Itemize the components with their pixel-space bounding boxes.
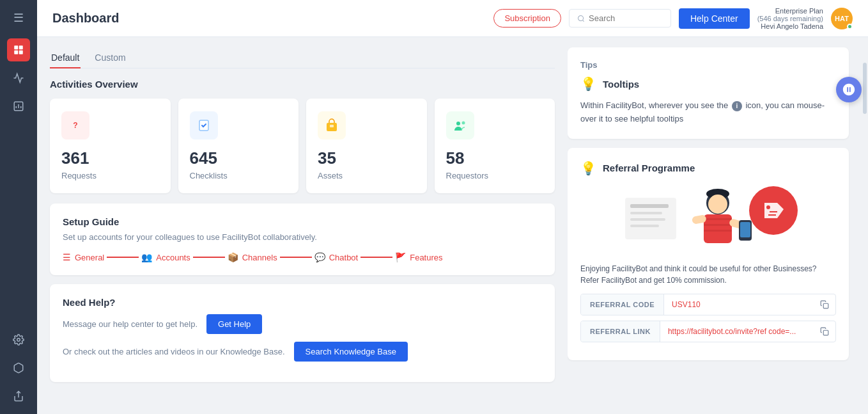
page-title: Dashboard — [52, 11, 119, 26]
tab-bar: Default Custom — [50, 47, 555, 68]
svg-rect-0 — [14, 45, 18, 49]
setup-guide-title: Setup Guide — [63, 216, 542, 227]
sidebar-item-home[interactable] — [7, 38, 30, 61]
svg-rect-20 — [630, 218, 665, 221]
main-area: Dashboard Subscription Help Center Enter… — [37, 0, 868, 414]
svg-text:?: ? — [73, 121, 77, 130]
help-row-2: Or check out the articles and videos in … — [63, 342, 542, 362]
online-indicator — [847, 24, 853, 29]
svg-rect-18 — [630, 204, 669, 208]
svg-rect-28 — [704, 230, 732, 232]
avatar[interactable]: HAT — [831, 8, 853, 29]
referral-link-label: REFERRAL LINK — [581, 321, 660, 342]
setup-step-accounts[interactable]: 👥 Accounts — [141, 252, 190, 262]
svg-rect-37 — [823, 303, 828, 308]
svg-rect-26 — [704, 218, 732, 220]
content-area: Default Custom Activities Overview ? 361… — [37, 37, 868, 414]
requestors-label: Requestors — [446, 171, 544, 180]
general-icon: ☰ — [63, 252, 71, 262]
svg-point-6 — [578, 15, 583, 20]
sidebar-item-analytics[interactable] — [7, 67, 30, 90]
tab-custom[interactable]: Custom — [93, 47, 127, 68]
requestors-icon — [446, 111, 474, 139]
help-message-text: Message our help center to get help. — [63, 319, 198, 329]
user-name: Hevi Angelo Tadena — [757, 22, 823, 30]
referral-link-row: REFERRAL LINK https://facilitybot.co/inv… — [580, 321, 836, 342]
referral-code-row: REFERRAL CODE USV110 — [580, 294, 836, 315]
svg-rect-32 — [740, 222, 750, 237]
channels-icon: 📦 — [228, 252, 238, 262]
chatbot-bubble[interactable] — [836, 77, 862, 102]
sidebar-item-reports[interactable] — [7, 95, 30, 118]
tips-section-title: Tips — [580, 60, 836, 70]
get-help-button[interactable]: Get Help — [206, 314, 262, 334]
requests-count: 361 — [61, 148, 159, 168]
step-connector-3 — [280, 257, 312, 258]
sidebar: ☰ — [0, 0, 37, 414]
bulb-icon: 💡 — [580, 76, 596, 92]
accounts-icon: 👥 — [141, 252, 152, 262]
setup-guide: Setup Guide Set up accounts for your col… — [50, 203, 555, 275]
activities-overview: Activities Overview ? 361 Requests — [50, 79, 555, 193]
user-plan-info: Enterprise Plan (546 days remaining) Hev… — [757, 7, 823, 30]
checklists-count: 645 — [190, 148, 288, 168]
svg-rect-2 — [14, 51, 18, 54]
step-connector-1 — [107, 257, 139, 258]
kb-text: Or check out the articles and videos in … — [63, 347, 285, 356]
sidebar-menu-toggle[interactable]: ☰ — [7, 6, 30, 29]
need-help-title: Need Help? — [63, 297, 542, 308]
header-actions: Subscription Help Center Enterprise Plan… — [493, 7, 853, 30]
subscription-button[interactable]: Subscription — [493, 9, 561, 28]
search-input[interactable] — [589, 13, 663, 23]
svg-point-15 — [456, 122, 460, 125]
svg-point-16 — [461, 122, 465, 125]
help-center-button[interactable]: Help Center — [679, 8, 750, 29]
referral-link-value: https://facilitybot.co/invite?ref code=.… — [660, 321, 814, 342]
checklists-label: Checklists — [190, 171, 288, 180]
referral-code-label: REFERRAL CODE — [581, 294, 664, 315]
chatbot-icon: 💬 — [314, 252, 325, 262]
scrollbar-thumb[interactable] — [863, 63, 867, 114]
stat-card-assets: 35 Assets — [306, 99, 427, 193]
tooltips-title: Tooltips — [603, 79, 639, 90]
search-icon — [577, 14, 585, 23]
svg-point-34 — [766, 205, 770, 209]
stat-card-checklists: 645 Checklists — [178, 99, 299, 193]
step-connector-4 — [360, 257, 392, 258]
content-right: Tips 💡 Tooltips Within FacilityBot, wher… — [568, 37, 862, 414]
scrollbar-track[interactable] — [862, 37, 868, 414]
search-box — [569, 9, 671, 28]
assets-label: Assets — [318, 171, 415, 180]
sidebar-item-integrations[interactable] — [7, 356, 30, 379]
tooltips-description: Within FacilityBot, wherever you see the… — [580, 99, 836, 126]
svg-rect-19 — [630, 212, 662, 214]
assets-count: 35 — [318, 148, 415, 168]
setup-step-features[interactable]: 🚩 Features — [395, 252, 442, 262]
svg-rect-14 — [453, 118, 468, 133]
plan-days: (546 days remaining) — [757, 15, 823, 22]
chatbot-icon — [842, 83, 856, 97]
search-kb-button[interactable]: Search Knowledge Base — [294, 342, 408, 362]
setup-steps: ☰ General 👥 Accounts 📦 Channels — [63, 252, 542, 262]
sidebar-item-export[interactable] — [7, 385, 30, 408]
referral-title: Referral Programme — [603, 163, 695, 173]
step-connector-2 — [193, 257, 225, 258]
referral-card: 💡 Referral Programme — [568, 148, 849, 360]
setup-step-general[interactable]: ☰ General — [63, 252, 104, 262]
features-icon: 🚩 — [395, 252, 406, 262]
stat-card-requests: ? 361 Requests — [50, 99, 171, 193]
copy-link-button[interactable] — [814, 321, 835, 342]
copy-code-button[interactable] — [814, 294, 835, 315]
help-row-1: Message our help center to get help. Get… — [63, 314, 542, 334]
setup-step-chatbot[interactable]: 💬 Chatbot — [314, 252, 359, 262]
header: Dashboard Subscription Help Center Enter… — [37, 0, 868, 37]
svg-rect-38 — [823, 330, 828, 335]
setup-step-channels[interactable]: 📦 Channels — [228, 252, 277, 262]
referral-description: Enjoying FacilityBot and think it could … — [580, 263, 836, 286]
sidebar-item-settings[interactable] — [7, 328, 30, 351]
referral-illustration — [580, 185, 836, 255]
checklists-icon — [190, 111, 218, 139]
tooltips-header: 💡 Tooltips — [580, 76, 836, 92]
tab-default[interactable]: Default — [50, 47, 81, 68]
svg-rect-13 — [330, 125, 334, 127]
